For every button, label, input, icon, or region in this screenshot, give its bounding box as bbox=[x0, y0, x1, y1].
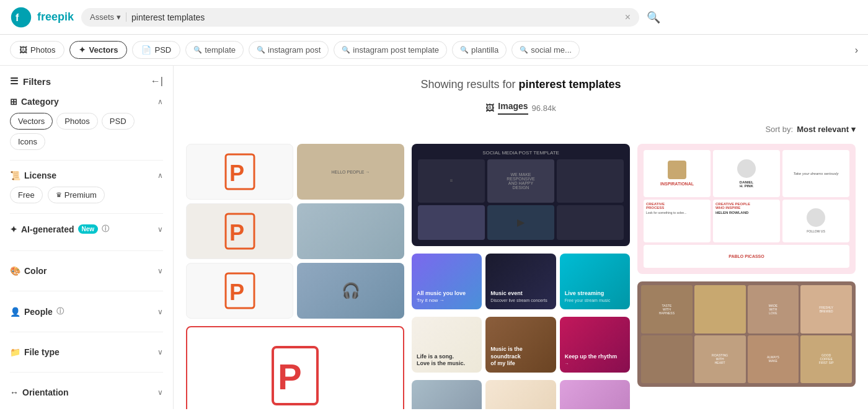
music-card-life[interactable]: Life is a song.Love is the music. bbox=[412, 317, 482, 373]
card-pinterest-logo[interactable]: P bbox=[186, 326, 404, 409]
sort-dropdown[interactable]: Most relevant ▾ bbox=[797, 125, 856, 134]
freepik-logo-icon: f bbox=[10, 6, 32, 29]
tag-plantilla[interactable]: 🔍 plantilla bbox=[452, 41, 507, 59]
orientation-label: ↔ Orientation bbox=[10, 387, 69, 397]
tab-photos[interactable]: 🖼 Photos bbox=[10, 41, 64, 59]
search-button[interactable]: 🔍 bbox=[647, 11, 660, 24]
tag-instagram-post[interactable]: 🔍 instagram post bbox=[249, 41, 329, 59]
color-chevron-icon: ∨ bbox=[157, 267, 163, 275]
color-title: Color bbox=[24, 266, 47, 276]
card-inspirational[interactable]: INSPIRATIONAL DANIELH. PINK Take your dr… bbox=[637, 144, 856, 274]
showing-text: Showing results for bbox=[420, 78, 515, 91]
tag-search-icon-4: 🔍 bbox=[460, 46, 469, 54]
category-chevron-icon: ∧ bbox=[157, 97, 163, 106]
tag-template[interactable]: 🔍 template bbox=[185, 41, 244, 59]
ai-label: ✦ AI-generated New ⓘ bbox=[10, 224, 109, 234]
tag-template-label: template bbox=[205, 45, 236, 55]
small-cards-grid: P HELLO PEOPLE → P bbox=[186, 144, 404, 319]
svg-text:P: P bbox=[278, 356, 302, 397]
orientation-row[interactable]: ↔ Orientation ∨ bbox=[10, 382, 163, 402]
card-pinterest-p2[interactable]: P bbox=[186, 203, 293, 259]
sort-value-text: Most relevant bbox=[797, 125, 849, 134]
results-grid: P HELLO PEOPLE → P bbox=[186, 144, 856, 409]
music-card-rhythm[interactable]: Keep up the rhythm→ bbox=[560, 317, 630, 373]
images-bar-icon: 🖼 bbox=[485, 103, 494, 113]
ai-header[interactable]: ✦ AI-generated New ⓘ ∨ bbox=[10, 224, 163, 234]
cat-tag-psd[interactable]: PSD bbox=[102, 113, 135, 130]
tag-social-me[interactable]: 🔍 social me... bbox=[512, 41, 580, 59]
filters-icon: ☰ bbox=[10, 76, 18, 87]
card-headphones[interactable]: 🎧 bbox=[297, 263, 404, 319]
card-person-sm3[interactable] bbox=[560, 380, 630, 409]
card-earthy-grid[interactable]: TASTEWITHHAPINESS MADEWITHLOVE FRESHLYBR… bbox=[637, 281, 856, 387]
filters-label: Filters bbox=[23, 76, 51, 87]
license-label: License bbox=[24, 170, 56, 180]
card-pinterest-p3[interactable]: P bbox=[186, 263, 293, 319]
sidebar: ☰ Filters ←| ⊞ Category ∧ Vectors Photos… bbox=[0, 66, 174, 409]
tab-vectors-label: Vectors bbox=[89, 45, 118, 55]
license-icon: 📜 bbox=[10, 170, 20, 180]
card-collage1[interactable]: HELLO PEOPLE → bbox=[297, 144, 404, 200]
filter-section-category: ⊞ Category ∧ Vectors Photos PSD Icons bbox=[10, 97, 163, 161]
results-header: Showing results for pinterest templates bbox=[186, 78, 856, 91]
filetype-icon: 📁 bbox=[10, 347, 20, 357]
tabs-next-arrow[interactable]: › bbox=[855, 45, 858, 56]
music-card-all-music[interactable]: All music you loveTry it now → bbox=[412, 254, 482, 309]
music-grid-2: Life is a song.Love is the music. Music … bbox=[412, 317, 630, 373]
card-pinterest-p1[interactable]: P bbox=[186, 144, 293, 200]
music-card-event[interactable]: Music eventDiscover live stream concerts bbox=[485, 254, 556, 309]
sort-bar: Sort by: Most relevant ▾ bbox=[186, 125, 856, 134]
people-info-icon[interactable]: ⓘ bbox=[56, 306, 64, 317]
search-input[interactable] bbox=[131, 12, 620, 22]
psd-icon: 📄 bbox=[141, 45, 151, 55]
license-tags: Free ♛ Premium bbox=[10, 187, 163, 203]
svg-text:f: f bbox=[16, 12, 19, 23]
sidebar-header: ☰ Filters ←| bbox=[10, 76, 163, 87]
main-layout: ☰ Filters ←| ⊞ Category ∧ Vectors Photos… bbox=[0, 66, 868, 409]
filter-section-license: 📜 License ∧ Free ♛ Premium bbox=[10, 170, 163, 214]
filter-tabs: 🖼 Photos ✦ Vectors 📄 PSD 🔍 template 🔍 in… bbox=[0, 35, 868, 66]
info-icon[interactable]: ⓘ bbox=[102, 224, 109, 234]
logo[interactable]: f freepik bbox=[10, 6, 74, 29]
tag-instagram-label: instagram post bbox=[268, 45, 321, 55]
card-person-sm1[interactable] bbox=[412, 380, 482, 409]
ai-section: ✦ AI-generated New ⓘ bbox=[10, 224, 109, 234]
cat-tag-icons[interactable]: Icons bbox=[10, 133, 45, 150]
music-card-streaming[interactable]: Live streamingFree your stream music bbox=[560, 254, 630, 309]
tab-psd[interactable]: 📄 PSD bbox=[132, 41, 180, 59]
tag-search-icon-3: 🔍 bbox=[342, 46, 350, 54]
license-header[interactable]: 📜 License ∧ bbox=[10, 170, 163, 180]
tag-plantilla-label: plantilla bbox=[471, 45, 498, 55]
tag-search-icon-2: 🔍 bbox=[257, 46, 265, 54]
ai-icon: ✦ bbox=[10, 224, 17, 234]
card-person-sm2[interactable] bbox=[485, 380, 556, 409]
search-clear-button[interactable]: × bbox=[625, 12, 631, 23]
card-social-media-template[interactable]: SOCIAL MEDIA POST TEMPLATE ≡ WE MAKERESP… bbox=[412, 144, 630, 246]
header: f freepik Assets ▾ × 🔍 bbox=[0, 0, 868, 35]
collage-text: HELLO PEOPLE → bbox=[332, 170, 370, 174]
category-header[interactable]: ⊞ Category ∧ bbox=[10, 97, 163, 107]
left-column: P HELLO PEOPLE → P bbox=[186, 144, 404, 409]
logo-text: freepik bbox=[37, 11, 74, 24]
license-premium-tag[interactable]: ♛ Premium bbox=[48, 187, 105, 203]
sort-chevron-icon: ▾ bbox=[851, 125, 856, 134]
people-row[interactable]: 👤 People ⓘ ∨ bbox=[10, 301, 163, 322]
search-icon: 🔍 bbox=[647, 11, 660, 24]
card-person[interactable] bbox=[297, 203, 404, 259]
color-row[interactable]: 🎨 Color ∨ bbox=[10, 261, 163, 281]
tag-instagram-post-template[interactable]: 🔍 instagram post template bbox=[334, 41, 447, 59]
category-title: ⊞ Category bbox=[10, 97, 59, 107]
people-icon: 👤 bbox=[10, 307, 20, 317]
tab-vectors[interactable]: ✦ Vectors bbox=[69, 41, 127, 59]
assets-dropdown[interactable]: Assets ▾ bbox=[90, 12, 126, 22]
license-free-tag[interactable]: Free bbox=[10, 187, 43, 203]
cat-tag-vectors[interactable]: Vectors bbox=[10, 113, 53, 130]
sidebar-collapse-button[interactable]: ←| bbox=[151, 76, 163, 87]
filetype-row[interactable]: 📁 File type ∨ bbox=[10, 342, 163, 362]
tag-search-icon: 🔍 bbox=[193, 46, 202, 54]
search-bar: Assets ▾ × bbox=[81, 8, 639, 27]
license-chevron-icon: ∧ bbox=[157, 171, 163, 180]
music-card-soundtrack[interactable]: Music is the soundtrackof my life bbox=[485, 317, 556, 373]
cat-tag-photos[interactable]: Photos bbox=[56, 113, 97, 130]
filter-section-filetype: 📁 File type ∨ bbox=[10, 342, 163, 373]
